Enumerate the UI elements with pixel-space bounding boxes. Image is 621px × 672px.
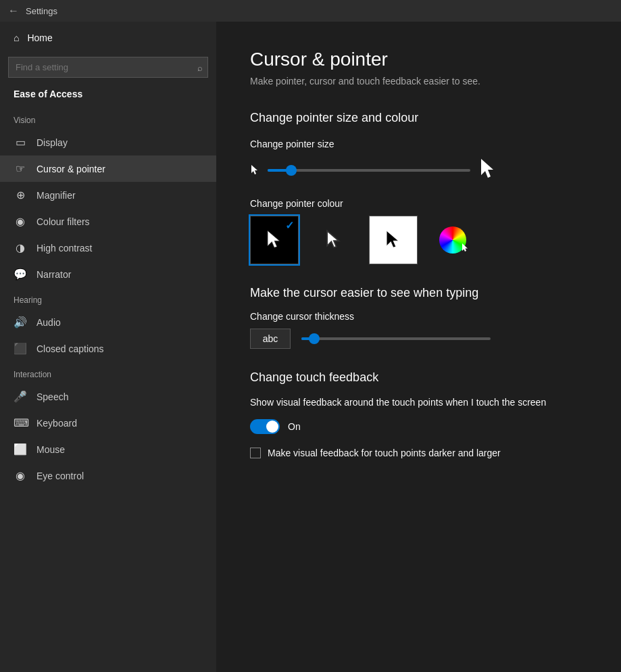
sidebar-cursor-pointer-label: Cursor & pointer (36, 164, 105, 174)
cursor-black-icon (266, 229, 283, 251)
cursor-typing-section-title: Make the cursor easier to see when typin… (250, 286, 587, 300)
cursor-white-icon (325, 229, 343, 251)
colour-wheel-container (428, 216, 477, 264)
selected-checkmark: ✓ (285, 219, 294, 232)
sidebar-item-magnifier[interactable]: ⊕ Magnifier (0, 182, 216, 208)
section-label-vision: Vision (0, 107, 216, 129)
page-subtitle: Make pointer, cursor and touch feedback … (250, 76, 587, 87)
pointer-size-label: Change pointer size (250, 139, 587, 149)
sidebar-magnifier-label: Magnifier (36, 190, 76, 201)
pointer-size-slider-fill (268, 169, 288, 172)
pointer-size-section: Change pointer size and colour Change po… (250, 111, 587, 264)
main-content: Cursor & pointer Make pointer, cursor an… (216, 22, 621, 672)
cursor-thickness-row: abc (250, 329, 587, 349)
sidebar-audio-label: Audio (36, 317, 61, 328)
home-icon: ⌂ (14, 32, 19, 43)
sidebar-narrator-label: Narrator (36, 269, 71, 280)
touch-feedback-section-title: Change touch feedback (250, 370, 587, 385)
cursor-small-icon (250, 164, 259, 178)
speech-icon: 🎤 (14, 390, 27, 403)
touch-feedback-toggle-row: On (250, 419, 587, 434)
colour-option-white[interactable] (309, 216, 358, 264)
pointer-colour-label: Change pointer colour (250, 198, 587, 209)
eye-control-icon: ◉ (14, 469, 27, 482)
breadcrumb: Ease of Access (0, 86, 216, 107)
app-body: ⌂ Home ⌕ Ease of Access Vision ▭ Display… (0, 22, 621, 672)
pointer-size-slider-row (250, 156, 587, 185)
sidebar: ⌂ Home ⌕ Ease of Access Vision ▭ Display… (0, 22, 216, 672)
sidebar-item-mouse[interactable]: ⬜ Mouse (0, 436, 216, 462)
cursor-thickness-label: Change cursor thickness (250, 311, 587, 322)
sidebar-item-high-contrast[interactable]: ◑ High contrast (0, 235, 216, 261)
section-label-hearing: Hearing (0, 287, 216, 309)
colour-filters-icon: ◉ (14, 215, 27, 228)
sidebar-item-eye-control[interactable]: ◉ Eye control (0, 462, 216, 489)
touch-feedback-checkbox-label: Make visual feedback for touch points da… (268, 448, 501, 458)
sidebar-item-home[interactable]: ⌂ Home (0, 22, 216, 54)
cursor-invert-icon (384, 229, 402, 251)
keyboard-icon: ⌨ (14, 416, 27, 429)
sidebar-item-closed-captions[interactable]: ⬛ Closed captions (0, 335, 216, 362)
title-bar: ← Settings (0, 0, 621, 22)
back-button[interactable]: ← (8, 5, 19, 17)
sidebar-item-audio[interactable]: 🔊 Audio (0, 309, 216, 335)
cursor-thickness-slider[interactable] (301, 337, 491, 340)
search-icon: ⌕ (197, 62, 203, 72)
sidebar-keyboard-label: Keyboard (36, 418, 77, 429)
search-input[interactable] (8, 57, 208, 78)
sidebar-item-cursor-pointer[interactable]: ☞ Cursor & pointer (0, 155, 216, 182)
sidebar-search: ⌕ (8, 57, 208, 78)
cursor-thickness-slider-thumb (309, 333, 320, 344)
cursor-typing-section: Make the cursor easier to see when typin… (250, 286, 587, 349)
section-label-interaction: Interaction (0, 362, 216, 383)
sidebar-colour-filters-label: Colour filters (36, 216, 90, 227)
colour-option-invert[interactable] (369, 216, 418, 264)
closed-captions-icon: ⬛ (14, 342, 27, 355)
display-icon: ▭ (14, 136, 27, 149)
colour-option-black[interactable]: ✓ (250, 216, 299, 264)
sidebar-home-label: Home (27, 32, 52, 43)
page-title: Cursor & pointer (250, 49, 587, 70)
colour-option-custom[interactable] (428, 216, 477, 264)
toggle-thumb (266, 421, 278, 433)
sidebar-item-display[interactable]: ▭ Display (0, 129, 216, 155)
high-contrast-icon: ◑ (14, 241, 27, 254)
sidebar-closed-captions-label: Closed captions (36, 343, 104, 354)
touch-feedback-section: Change touch feedback Show visual feedba… (250, 370, 587, 458)
pointer-size-section-title: Change pointer size and colour (250, 111, 587, 125)
colour-options: ✓ (250, 216, 587, 264)
sidebar-high-contrast-label: High contrast (36, 243, 92, 254)
pointer-size-slider[interactable] (268, 169, 470, 172)
sidebar-mouse-label: Mouse (36, 444, 65, 455)
colour-wheel-cursor-icon (461, 242, 470, 256)
sidebar-item-colour-filters[interactable]: ◉ Colour filters (0, 208, 216, 235)
sidebar-eye-control-label: Eye control (36, 471, 84, 481)
cursor-pointer-icon: ☞ (14, 162, 27, 175)
app-title: Settings (26, 6, 57, 16)
narrator-icon: 💬 (14, 268, 27, 281)
touch-feedback-description: Show visual feedback around the touch po… (250, 395, 587, 410)
toggle-state-label: On (288, 421, 301, 432)
sidebar-item-speech[interactable]: 🎤 Speech (0, 383, 216, 410)
sidebar-item-keyboard[interactable]: ⌨ Keyboard (0, 410, 216, 436)
touch-feedback-checkbox[interactable] (250, 448, 261, 458)
cursor-large-icon (478, 156, 497, 185)
colour-wheel-wrapper (439, 226, 466, 254)
pointer-size-slider-thumb (286, 165, 297, 176)
magnifier-icon: ⊕ (14, 189, 27, 201)
touch-feedback-toggle[interactable] (250, 419, 280, 434)
sidebar-display-label: Display (36, 137, 68, 148)
sidebar-item-narrator[interactable]: 💬 Narrator (0, 261, 216, 287)
sidebar-speech-label: Speech (36, 391, 68, 402)
touch-feedback-checkbox-row: Make visual feedback for touch points da… (250, 448, 587, 458)
audio-icon: 🔊 (14, 316, 27, 329)
cursor-preview: abc (250, 329, 291, 349)
mouse-icon: ⬜ (14, 443, 27, 456)
